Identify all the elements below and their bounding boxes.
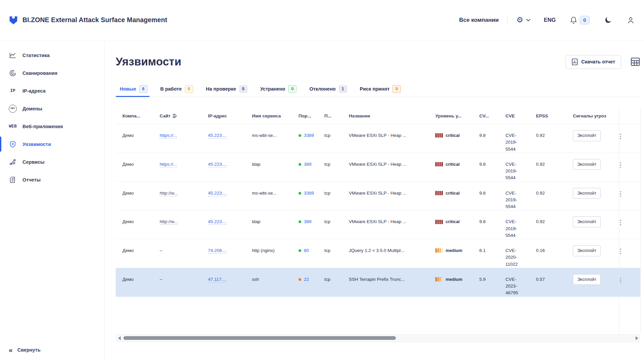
table-grid-icon	[631, 57, 640, 66]
col-header-site[interactable]: Сайт	[160, 113, 208, 118]
col-header-name[interactable]: Название	[349, 113, 435, 118]
exploit-chip[interactable]: Эксплойт	[573, 130, 601, 141]
tab-risk-accepted[interactable]: Риск принят 0	[360, 81, 401, 97]
row-menu-button[interactable]	[619, 124, 626, 139]
col-header-port[interactable]: Пор...	[299, 113, 324, 118]
tab-new[interactable]: Новые 6	[120, 81, 148, 97]
exploit-chip[interactable]: Эксплойт	[573, 159, 601, 170]
scrollbar-thumb[interactable]	[123, 336, 396, 340]
exploit-chip[interactable]: Эксплойт	[573, 245, 601, 256]
ip-link[interactable]: 74.208....	[208, 248, 227, 253]
table-settings-button[interactable]	[631, 57, 640, 66]
dns-globe-icon: DNS	[8, 105, 17, 113]
sidebar-item-scans[interactable]: Сканирования	[0, 64, 104, 82]
ip-link[interactable]: 45.223....	[208, 219, 227, 224]
port-status-dot	[299, 249, 301, 252]
col-header-ip[interactable]: IP-адрес	[208, 113, 252, 118]
sidebar-item-domains[interactable]: DNS Домены	[0, 100, 104, 117]
cell-cvss: 6.1	[479, 239, 505, 254]
col-header-company[interactable]: Компа...	[122, 113, 160, 118]
col-header-label: Сайт	[160, 113, 170, 118]
col-header-severity[interactable]: Уровень у...	[435, 113, 479, 118]
horizontal-scrollbar[interactable]	[116, 334, 640, 342]
tab-count-badge: 1	[339, 85, 347, 93]
row-menu-button[interactable]	[619, 153, 626, 168]
download-report-button[interactable]: Скачать отчет	[566, 55, 621, 69]
port-number: 3389	[304, 190, 314, 197]
site-link[interactable]: https://...	[160, 162, 177, 167]
exploit-chip[interactable]: Эксплойт	[573, 188, 601, 199]
row-menu-button[interactable]	[619, 268, 626, 283]
port-status-dot	[299, 278, 301, 281]
col-header-cve[interactable]: CVE	[505, 113, 536, 118]
sidebar-item-label: Уязвимости	[22, 142, 51, 147]
tab-resolved[interactable]: Устранено 0	[260, 81, 297, 97]
tab-count-badge: 0	[185, 85, 193, 93]
cell-cve: CVE-2019-5544	[505, 161, 523, 182]
cell-severity: critical	[435, 153, 479, 168]
cell-cvss: 9.8	[479, 124, 505, 139]
user-menu-button[interactable]	[627, 16, 635, 24]
scroll-left-arrow[interactable]	[117, 335, 122, 342]
table-row-selected[interactable]: Демо – 47.117.... ssh 22 tcp SSH Terrapi…	[116, 268, 641, 297]
sidebar-item-web-apps[interactable]: WEB Веб-приложения	[0, 117, 104, 135]
sidebar-item-services[interactable]: Сервисы	[0, 153, 104, 171]
tab-rejected[interactable]: Отклонено 1	[309, 81, 347, 97]
cell-epss: 0.92	[536, 210, 573, 225]
exploit-chip[interactable]: Эксплойт	[573, 274, 601, 285]
row-menu-button[interactable]	[619, 182, 626, 197]
ip-link[interactable]: 47.117....	[208, 277, 226, 282]
site-link[interactable]: https://...	[160, 133, 177, 138]
sidebar-item-statistics[interactable]: Статистика	[0, 46, 104, 64]
sidebar-item-reports[interactable]: Отчеты	[0, 171, 104, 189]
ip-link[interactable]: 45.223....	[208, 162, 227, 167]
row-menu-button[interactable]	[619, 210, 626, 225]
col-header-protocol[interactable]: П...	[324, 113, 349, 118]
cell-cve: CVE-2019-5544	[505, 190, 523, 210]
scrollbar-track[interactable]	[122, 335, 634, 342]
tab-under-review[interactable]: На проверке 0	[206, 81, 248, 97]
col-header-cvss[interactable]: CV...	[479, 113, 505, 118]
table-row[interactable]: Демо http://w... 45.223.... ldap 389 tcp…	[116, 210, 641, 239]
sidebar: Статистика Сканирования IP IP-адреса DNS	[0, 40, 105, 360]
cell-severity: medium	[435, 239, 479, 254]
port-status-dot	[299, 220, 301, 223]
sidebar-nav: Статистика Сканирования IP IP-адреса DNS	[0, 40, 104, 189]
cell-cve: CVE-2019-5544	[505, 132, 523, 153]
site-link[interactable]: http://w...	[160, 191, 178, 196]
sidebar-item-vulnerabilities[interactable]: Уязвимости	[0, 135, 104, 153]
row-menu-button[interactable]	[619, 239, 626, 254]
cell-protocol: tcp	[324, 268, 349, 283]
col-header-epss[interactable]: EPSS	[536, 113, 573, 118]
notifications-button[interactable]: 0	[570, 16, 590, 24]
table-row[interactable]: Демо https://... 45.223.... ldap 389 tcp…	[116, 153, 641, 182]
main-content: Уязвимости Скачать отчет Новые 6 В работ…	[105, 40, 644, 360]
sidebar-item-ip-addresses[interactable]: IP IP-адреса	[0, 82, 104, 100]
tab-count-badge: 0	[288, 85, 297, 93]
col-header-service[interactable]: Имя сервиса	[252, 113, 299, 118]
top-bar: BI.ZONE External Attack Surface Manageme…	[0, 0, 644, 40]
ip-link[interactable]: 45.223....	[208, 191, 227, 196]
settings-button[interactable]: ⚙	[517, 16, 531, 24]
table-row[interactable]: Демо http://w... 45.223.... ms-wbt-se...…	[116, 182, 641, 211]
company-selector[interactable]: Все компании	[459, 17, 499, 23]
cell-company: Демо	[122, 153, 160, 168]
scroll-right-arrow[interactable]	[634, 335, 640, 342]
ip-link[interactable]: 45.223....	[208, 133, 227, 138]
tab-label: На проверке	[206, 86, 236, 92]
cell-severity: critical	[435, 210, 479, 225]
sidebar-collapse-button[interactable]: « Свернуть	[9, 346, 41, 353]
table-row[interactable]: Демо https://... 45.223.... ms-wbt-se...…	[116, 124, 641, 153]
language-switcher[interactable]: ENG	[544, 17, 556, 23]
bell-icon	[570, 16, 577, 24]
table-row[interactable]: Демо – 74.208.... http (nginx) 80 tcp JQ…	[116, 239, 641, 268]
port-status-dot	[299, 134, 301, 137]
tab-in-progress[interactable]: В работе 0	[160, 81, 193, 97]
site-link[interactable]: http://w...	[160, 219, 178, 224]
col-header-threat-signals[interactable]: Сигналы угроз	[573, 113, 619, 118]
exploit-chip[interactable]: Эксплойт	[573, 216, 601, 227]
sort-icon	[173, 114, 177, 118]
theme-toggle[interactable]	[604, 16, 612, 24]
sidebar-item-label: Сервисы	[22, 159, 45, 165]
cell-severity: critical	[435, 182, 479, 197]
